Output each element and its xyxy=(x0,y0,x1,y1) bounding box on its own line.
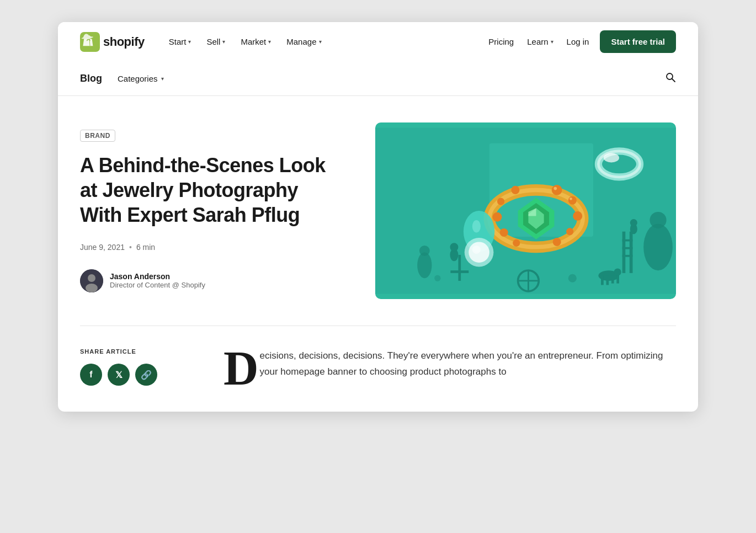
article-hero-image xyxy=(375,122,676,299)
svg-point-24 xyxy=(553,187,557,190)
search-icon xyxy=(665,72,676,83)
author-info: Jason Anderson Director of Content @ Sho… xyxy=(110,272,205,289)
twitter-icon: 𝕏 xyxy=(115,370,123,380)
featured-article: BRAND A Behind-the-Scenes Look at Jewelr… xyxy=(80,122,676,299)
svg-point-17 xyxy=(566,228,573,235)
svg-point-46 xyxy=(614,268,621,275)
svg-rect-38 xyxy=(629,232,632,273)
svg-rect-49 xyxy=(611,276,614,284)
svg-line-2 xyxy=(672,79,675,82)
share-twitter-button[interactable]: 𝕏 xyxy=(108,364,130,386)
blog-title: Blog xyxy=(80,73,102,84)
nav-item-sell[interactable]: Sell ▾ xyxy=(200,33,232,51)
svg-point-30 xyxy=(472,220,480,233)
svg-point-44 xyxy=(630,219,637,226)
nav-item-market[interactable]: Market ▾ xyxy=(234,33,278,51)
svg-point-15 xyxy=(568,196,576,205)
svg-point-28 xyxy=(603,153,619,163)
nav-item-start[interactable]: Start ▾ xyxy=(162,33,198,51)
svg-point-14 xyxy=(551,185,562,195)
article-heading: A Behind-the-Scenes Look at Jewelry Phot… xyxy=(80,153,331,227)
svg-rect-35 xyxy=(450,270,468,273)
svg-point-33 xyxy=(472,246,480,254)
blog-subheader-left: Blog Categories ▾ xyxy=(80,71,166,87)
svg-point-22 xyxy=(499,228,508,237)
article-body: D ecisions, decisions, decisions. They'r… xyxy=(223,348,676,390)
nav-learn-link[interactable]: Learn ▾ xyxy=(525,33,555,51)
chevron-down-icon: ▾ xyxy=(551,39,553,45)
chevron-down-icon: ▾ xyxy=(188,39,191,45)
svg-point-16 xyxy=(573,211,582,221)
bottom-section: SHARE ARTICLE f 𝕏 🔗 D ecisions, de xyxy=(80,348,676,412)
browser-window: shopify Start ▾ Sell ▾ Market ▾ Manage ▾… xyxy=(58,22,698,412)
article-left: BRAND A Behind-the-Scenes Look at Jewelr… xyxy=(80,130,331,292)
search-button[interactable] xyxy=(665,72,676,86)
drop-cap-letter: D xyxy=(223,348,259,390)
nav-login-link[interactable]: Log in xyxy=(565,33,592,51)
nav-pricing-link[interactable]: Pricing xyxy=(486,33,516,51)
svg-point-56 xyxy=(417,252,432,278)
start-trial-button[interactable]: Start free trial xyxy=(600,30,676,53)
author-name: Jason Anderson xyxy=(110,272,205,281)
avatar-image xyxy=(80,269,103,292)
svg-rect-41 xyxy=(622,247,632,249)
article-tag: BRAND xyxy=(80,130,115,142)
share-link-button[interactable]: 🔗 xyxy=(135,364,157,386)
share-buttons: f 𝕏 🔗 xyxy=(80,364,179,386)
svg-point-58 xyxy=(568,274,576,283)
link-icon: 🔗 xyxy=(141,370,152,380)
article-meta: June 9, 2021 • 6 min xyxy=(80,243,331,252)
svg-point-25 xyxy=(569,198,572,200)
main-content: BRAND A Behind-the-Scenes Look at Jewelr… xyxy=(58,96,698,412)
svg-point-57 xyxy=(419,246,429,256)
svg-point-18 xyxy=(552,238,561,246)
svg-point-54 xyxy=(643,224,673,271)
chevron-down-icon: ▾ xyxy=(222,39,225,45)
nav-item-manage[interactable]: Manage ▾ xyxy=(280,33,328,51)
logo-text: shopify xyxy=(103,35,145,49)
nav-links: Start ▾ Sell ▾ Market ▾ Manage ▾ xyxy=(162,33,487,51)
categories-dropdown[interactable]: Categories ▾ xyxy=(115,71,166,87)
svg-point-21 xyxy=(492,212,502,222)
facebook-icon: f xyxy=(89,370,92,380)
section-divider xyxy=(80,326,676,326)
nav-right: Pricing Learn ▾ Log in Start free trial xyxy=(486,30,676,53)
article-date: June 9, 2021 xyxy=(80,243,125,252)
svg-rect-42 xyxy=(622,255,632,257)
article-body-text: ecisions, decisions, decisions. They're … xyxy=(260,348,676,380)
svg-point-19 xyxy=(511,186,519,194)
author-area: Jason Anderson Director of Content @ Sho… xyxy=(80,269,331,292)
author-title: Director of Content @ Shopify xyxy=(110,281,205,289)
navbar: shopify Start ▾ Sell ▾ Market ▾ Manage ▾… xyxy=(58,22,698,62)
svg-rect-34 xyxy=(458,255,461,281)
chevron-down-icon: ▾ xyxy=(319,39,322,45)
svg-point-37 xyxy=(450,243,458,251)
svg-point-23 xyxy=(513,239,520,247)
meta-separator: • xyxy=(129,243,132,252)
svg-rect-40 xyxy=(622,239,632,242)
svg-rect-50 xyxy=(616,276,619,284)
logo[interactable]: shopify xyxy=(80,32,145,52)
svg-point-5 xyxy=(86,284,98,292)
article-read-time: 6 min xyxy=(136,243,155,252)
svg-point-20 xyxy=(497,198,504,205)
share-section: SHARE ARTICLE f 𝕏 🔗 xyxy=(80,348,179,390)
share-facebook-button[interactable]: f xyxy=(80,364,102,386)
svg-point-55 xyxy=(649,212,666,228)
svg-point-4 xyxy=(88,274,95,282)
drop-cap-container: D ecisions, decisions, decisions. They'r… xyxy=(223,348,676,390)
svg-rect-39 xyxy=(622,232,625,273)
article-illustration xyxy=(375,122,676,299)
svg-rect-47 xyxy=(601,276,604,285)
avatar xyxy=(80,269,103,292)
blog-subheader: Blog Categories ▾ xyxy=(58,62,698,96)
chevron-down-icon: ▾ xyxy=(161,76,164,82)
svg-rect-48 xyxy=(606,276,609,285)
chevron-down-icon: ▾ xyxy=(268,39,271,45)
share-label: SHARE ARTICLE xyxy=(80,348,179,355)
shopify-logo-icon xyxy=(80,32,100,52)
svg-point-59 xyxy=(434,275,440,281)
